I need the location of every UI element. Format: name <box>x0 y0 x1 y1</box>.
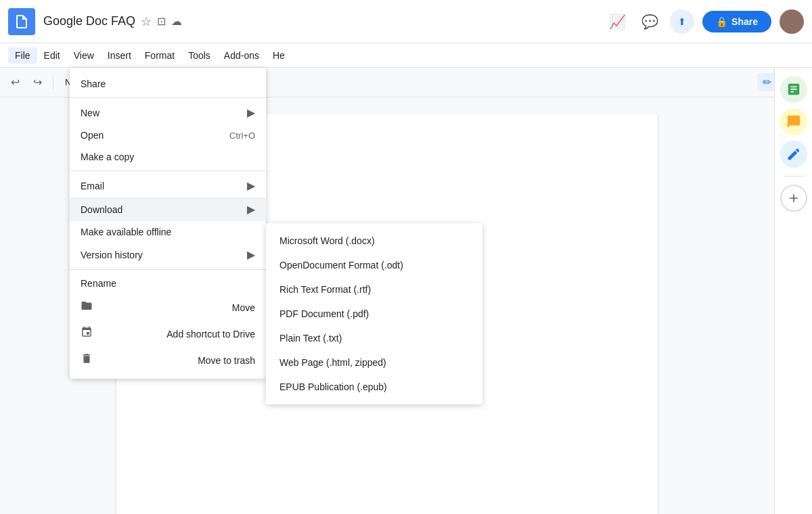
email-label: Email <box>81 181 104 191</box>
file-menu: Share New ▶ Open Ctrl+O Make a copy Emai… <box>70 68 266 379</box>
menu-tools[interactable]: Tools <box>181 47 217 64</box>
shortcut-icon <box>81 326 93 342</box>
menu-view[interactable]: View <box>67 47 101 64</box>
share-button[interactable]: 🔒 Share <box>702 11 771 32</box>
html-label: Web Page (.html, zipped) <box>279 357 386 368</box>
sidebar-right <box>774 68 812 514</box>
pencil-icon: ✏ <box>763 76 771 89</box>
comments-icon[interactable]: 💬 <box>637 9 662 34</box>
offline-label: Make available offline <box>81 227 171 237</box>
toolbar-divider-1 <box>53 76 53 89</box>
menu-edit[interactable]: Edit <box>37 47 67 64</box>
file-menu-copy[interactable]: Make a copy <box>70 146 266 168</box>
download-pdf[interactable]: PDF Document (.pdf) <box>266 302 482 326</box>
new-arrow-icon: ▶ <box>247 106 255 119</box>
download-label: Download <box>81 204 122 215</box>
copy-label: Make a copy <box>81 151 134 162</box>
odt-label: OpenDocument Format (.odt) <box>279 260 403 271</box>
download-arrow-icon: ▶ <box>247 203 255 216</box>
sidebar-comment-icon[interactable] <box>780 108 807 135</box>
share-lock-icon: 🔒 <box>716 16 727 27</box>
file-menu-shortcut[interactable]: Add shortcut to Drive <box>70 321 266 347</box>
menu-bar: File Edit View Insert Format Tools Add-o… <box>0 43 812 68</box>
download-txt[interactable]: Plain Text (.txt) <box>266 326 482 350</box>
sidebar-sheets-icon[interactable] <box>780 76 807 103</box>
file-menu-download[interactable]: Download ▶ <box>70 197 266 221</box>
share-menu-label: Share <box>81 78 106 89</box>
download-docx[interactable]: Microsoft Word (.docx) <box>266 229 482 253</box>
shortcut-label: Add shortcut to Drive <box>166 329 255 340</box>
share-label: Share <box>731 16 758 27</box>
app-icon[interactable] <box>8 8 35 35</box>
sidebar-divider <box>784 176 804 177</box>
file-menu-divider-2 <box>70 170 266 171</box>
txt-label: Plain Text (.txt) <box>279 333 342 344</box>
file-menu-divider-1 <box>70 97 266 98</box>
download-odt[interactable]: OpenDocument Format (.odt) <box>266 253 482 277</box>
version-arrow-icon: ▶ <box>247 248 255 261</box>
menu-file[interactable]: File <box>8 47 37 64</box>
rtf-label: Rich Text Format (.rtf) <box>279 284 371 295</box>
user-avatar[interactable] <box>780 9 804 34</box>
email-arrow-icon: ▶ <box>247 179 255 192</box>
trending-icon[interactable]: 📈 <box>605 9 629 34</box>
undo-button[interactable]: ↩ <box>5 73 25 91</box>
doc-title: Google Doc FAQ <box>43 14 135 28</box>
open-shortcut: Ctrl+O <box>229 131 255 141</box>
rename-label: Rename <box>81 278 116 289</box>
top-right-controls: 📈 💬 ⬆ 🔒 Share <box>605 9 804 34</box>
file-menu-move[interactable]: Move <box>70 294 266 321</box>
star-icon[interactable]: ☆ <box>141 14 152 29</box>
docx-label: Microsoft Word (.docx) <box>279 235 375 246</box>
pdf-label: PDF Document (.pdf) <box>279 308 369 319</box>
download-submenu: Microsoft Word (.docx) OpenDocument Form… <box>266 223 482 404</box>
file-menu-rename[interactable]: Rename <box>70 273 266 294</box>
file-menu-open[interactable]: Open Ctrl+O <box>70 124 266 146</box>
download-html[interactable]: Web Page (.html, zipped) <box>266 350 482 375</box>
file-menu-offline[interactable]: Make available offline <box>70 221 266 243</box>
move-label: Move <box>232 302 255 313</box>
menu-help[interactable]: He <box>266 47 292 64</box>
file-menu-share[interactable]: Share <box>70 73 266 95</box>
file-menu-trash[interactable]: Move to trash <box>70 347 266 373</box>
download-rtf[interactable]: Rich Text Format (.rtf) <box>266 277 482 302</box>
trash-label: Move to trash <box>198 355 255 366</box>
title-icons: ☆ ⊡ ☁ <box>141 14 182 29</box>
menu-addons[interactable]: Add-ons <box>217 47 266 64</box>
move-icon <box>81 300 93 315</box>
new-label: New <box>81 108 99 118</box>
sidebar-pencil-icon[interactable] <box>780 141 807 168</box>
download-epub[interactable]: EPUB Publication (.epub) <box>266 375 482 399</box>
trash-icon <box>81 352 93 368</box>
sidebar-plus-icon[interactable] <box>780 185 807 212</box>
epub-label: EPUB Publication (.epub) <box>279 381 387 392</box>
folder-icon[interactable]: ⊡ <box>157 15 166 28</box>
open-label: Open <box>81 130 104 141</box>
top-bar: Google Doc FAQ ☆ ⊡ ☁ 📈 💬 ⬆ 🔒 Share <box>0 0 812 43</box>
redo-button[interactable]: ↪ <box>28 73 47 91</box>
file-menu-version[interactable]: Version history ▶ <box>70 243 266 266</box>
version-label: Version history <box>81 250 143 260</box>
file-menu-new[interactable]: New ▶ <box>70 101 266 124</box>
menu-insert[interactable]: Insert <box>101 47 138 64</box>
cloud-icon[interactable]: ☁ <box>171 15 182 28</box>
file-menu-divider-3 <box>70 269 266 270</box>
file-menu-email[interactable]: Email ▶ <box>70 174 266 197</box>
present-icon[interactable]: ⬆ <box>670 9 694 34</box>
menu-format[interactable]: Format <box>138 47 181 64</box>
